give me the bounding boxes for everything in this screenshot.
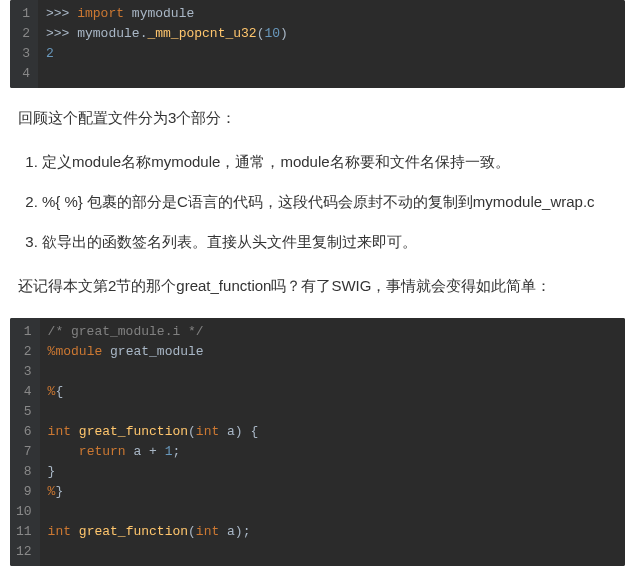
code-token: module: [55, 344, 102, 359]
code-token: a);: [219, 524, 250, 539]
code-block-2-line: /* great_module.i */: [48, 322, 619, 342]
code-token: a +: [126, 444, 165, 459]
code-block-2-lineno: 5: [16, 402, 32, 422]
config-parts-item: 欲导出的函数签名列表。直接从头文件里复制过来即可。: [42, 230, 617, 254]
code-block-1-lines: >>> import mymodule>>> mymodule._mm_popc…: [38, 0, 625, 88]
paragraph-swig: 还记得本文第2节的那个great_function吗？有了SWIG，事情就会变得…: [18, 274, 617, 298]
code-block-1-gutter: 1234: [10, 0, 38, 88]
code-token: return: [79, 444, 126, 459]
code-block-2-line: [48, 362, 619, 382]
code-block-2-line: }: [48, 462, 619, 482]
code-block-2-line: return a + 1;: [48, 442, 619, 462]
config-parts-list: 定义module名称mymodule，通常，module名称要和文件名保持一致。…: [42, 150, 617, 254]
code-block-2-line: %module great_module: [48, 342, 619, 362]
code-block-2-line: %}: [48, 482, 619, 502]
code-token: int: [48, 424, 71, 439]
config-parts-item: 定义module名称mymodule，通常，module名称要和文件名保持一致。: [42, 150, 617, 174]
code-block-2-gutter: 123456789101112: [10, 318, 40, 566]
code-token: >>>: [46, 6, 77, 21]
code-block-1-line: >>> import mymodule: [46, 4, 619, 24]
code-token: }: [48, 464, 56, 479]
code-block-1-lineno: 1: [16, 4, 30, 24]
code-token: 10: [264, 26, 280, 41]
code-block-2-line: int great_function(int a);: [48, 522, 619, 542]
code-block-2-lineno: 10: [16, 502, 32, 522]
code-block-2-lineno: 9: [16, 482, 32, 502]
code-token: [71, 524, 79, 539]
code-token: great_function: [79, 424, 188, 439]
code-token: 2: [46, 46, 54, 61]
code-block-2-line: int great_function(int a) {: [48, 422, 619, 442]
config-parts-item: %{ %} 包裹的部分是C语言的代码，这段代码会原封不动的复制到mymodule…: [42, 190, 617, 214]
code-token: mymodule: [124, 6, 194, 21]
code-token: great_function: [79, 524, 188, 539]
code-block-2-lineno: 2: [16, 342, 32, 362]
code-block-2-lineno: 12: [16, 542, 32, 562]
code-block-1-line: >>> mymodule._mm_popcnt_u32(10): [46, 24, 619, 44]
paragraph-intro: 回顾这个配置文件分为3个部分：: [18, 106, 617, 130]
code-token: mymodule.: [77, 26, 147, 41]
code-token: }: [55, 484, 63, 499]
code-block-2-line: [48, 502, 619, 522]
code-block-2-lineno: 6: [16, 422, 32, 442]
code-block-2-lineno: 1: [16, 322, 32, 342]
code-token: [48, 444, 79, 459]
code-token: import: [77, 6, 124, 21]
code-token: [71, 424, 79, 439]
code-token: int: [48, 524, 71, 539]
code-token: int: [196, 524, 219, 539]
code-token: {: [55, 384, 63, 399]
code-block-2-line: %{: [48, 382, 619, 402]
code-token: (: [188, 524, 196, 539]
code-block-2-lineno: 4: [16, 382, 32, 402]
code-token: great_module: [102, 344, 203, 359]
code-token: (: [188, 424, 196, 439]
code-block-2-line: [48, 542, 619, 562]
code-token: _mm_popcnt_u32: [147, 26, 256, 41]
code-token: /* great_module.i */: [48, 324, 204, 339]
code-block-1: 1234 >>> import mymodule>>> mymodule._mm…: [10, 0, 625, 88]
code-token: ): [280, 26, 288, 41]
code-block-2-lineno: 11: [16, 522, 32, 542]
code-block-1-line: 2: [46, 44, 619, 64]
code-token: ;: [172, 444, 180, 459]
code-token: int: [196, 424, 219, 439]
code-token: a) {: [219, 424, 258, 439]
code-block-1-lineno: 3: [16, 44, 30, 64]
code-block-2-lineno: 8: [16, 462, 32, 482]
code-block-1-lineno: 4: [16, 64, 30, 84]
code-token: >>>: [46, 26, 77, 41]
code-block-2-lines: /* great_module.i */%module great_module…: [40, 318, 625, 566]
code-block-2-lineno: 3: [16, 362, 32, 382]
code-block-2: 123456789101112 /* great_module.i */%mod…: [10, 318, 625, 566]
code-block-2-line: [48, 402, 619, 422]
code-block-1-lineno: 2: [16, 24, 30, 44]
code-block-2-lineno: 7: [16, 442, 32, 462]
code-block-1-line: [46, 64, 619, 84]
